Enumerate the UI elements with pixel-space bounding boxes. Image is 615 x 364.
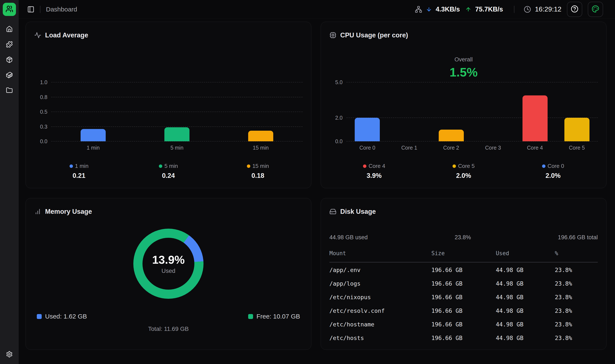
legend-item: 5 min0.24 (124, 163, 213, 180)
memory-donut: 13.9% Used (133, 229, 203, 299)
chart-bar (248, 131, 273, 141)
legend-dot (69, 165, 73, 168)
disk-cell: /app/.env (329, 262, 431, 276)
download-arrow-icon (426, 6, 432, 12)
page-title: Dashboard (46, 6, 77, 13)
cpu-card-title: CPU Usage (per core) (340, 31, 408, 39)
disk-col-header: % (555, 250, 598, 262)
cpu-chart: 5.02.00.0 (329, 82, 598, 141)
disk-table-row: /etc/nixopus196.66 GB44.98 GB23.8% (329, 289, 598, 303)
clock-icon (524, 6, 531, 13)
sidebar-nav (6, 26, 13, 94)
memory-donut-wrap: 13.9% Used (34, 229, 303, 299)
chart-bar (564, 118, 589, 141)
memory-used-label: Used (161, 268, 175, 274)
legend-label-row: 15 min (247, 163, 269, 169)
x-tick-label: 5 min (170, 145, 183, 151)
disk-table-row: /etc/resolv.conf196.66 GB44.98 GB23.8% (329, 303, 598, 317)
disk-cell: 23.8% (555, 276, 598, 289)
cpu-legend: Core 43.9%Core 52.0%Core 02.0% (329, 163, 598, 180)
package-icon[interactable] (6, 56, 13, 63)
disk-cell: 23.8% (555, 289, 598, 303)
sidebar-toggle-icon[interactable] (27, 6, 34, 13)
settings-gear-icon[interactable] (6, 351, 13, 358)
disk-card-title: Disk Usage (340, 208, 376, 215)
load-average-card: Load Average 1.00.80.50.30.0 1 min5 min1… (26, 22, 311, 188)
disk-card-header: Disk Usage (329, 207, 598, 216)
legend-value: 3.9% (367, 172, 382, 180)
disk-cell: 44.98 GB (496, 330, 555, 344)
load-chart-top (34, 40, 303, 82)
legend-item: 15 min0.18 (213, 163, 303, 180)
disk-col-header: Used (496, 250, 555, 262)
sidebar (0, 0, 19, 364)
legend-item: Core 02.0% (508, 163, 598, 180)
y-tick-label: 0.3 (40, 123, 47, 130)
legend-item: 1 min0.21 (34, 163, 124, 180)
legend-label: Core 5 (458, 163, 475, 169)
bar-chart-icon (34, 208, 41, 215)
memory-used-percent: 13.9% (152, 253, 185, 266)
cpu-xlabels: Core 0Core 1Core 2Core 3Core 4Core 5 (347, 141, 598, 152)
palette-icon (592, 5, 599, 13)
disk-cell: 44.98 GB (496, 276, 555, 289)
x-tick-label: Core 3 (485, 145, 501, 151)
x-tick-label: Core 0 (359, 145, 375, 151)
container-icon[interactable] (6, 72, 13, 78)
chart-bar (355, 118, 380, 141)
cpu-overall-label: Overall (455, 56, 473, 63)
memory-total-text: Total: 11.69 GB (34, 325, 303, 332)
legend-value: 0.21 (72, 172, 85, 180)
cpu-plot (347, 82, 598, 141)
legend-value: 2.0% (456, 172, 471, 180)
home-icon[interactable] (6, 26, 13, 33)
disk-cell: /etc/resolv.conf (329, 303, 431, 317)
topbar: Dashboard 4.3KB/s 75.7KB/s 16:29:12 (19, 0, 615, 19)
chart-bar (522, 95, 548, 142)
theme-button[interactable] (588, 2, 603, 17)
disk-cell: 196.66 GB (431, 276, 496, 289)
gridline (51, 112, 303, 112)
disk-cell: 196.66 GB (431, 289, 496, 303)
y-tick-label: 5.0 (335, 79, 343, 85)
legend-label: Core 0 (548, 163, 564, 169)
disk-cell: 196.66 GB (431, 330, 496, 344)
legend-label-row: 1 min (69, 163, 89, 169)
activity-icon (34, 32, 41, 39)
clock-time: 16:29:12 (535, 5, 562, 13)
x-tick-label: Core 4 (527, 145, 543, 151)
help-button[interactable] (567, 2, 582, 17)
disk-cell: 196.66 GB (431, 262, 496, 276)
disk-used-text: 44.98 GB used (329, 234, 368, 241)
hard-drive-icon (329, 208, 336, 215)
disk-cell: 44.98 GB (496, 262, 555, 276)
disk-cell: 23.8% (555, 262, 598, 276)
disk-table-row: /etc/hosts196.66 GB44.98 GB23.8% (329, 330, 598, 344)
chart-bar (164, 127, 189, 142)
legend-label-row: Core 5 (453, 163, 475, 169)
disk-table-head-row: MountSizeUsed% (329, 250, 598, 262)
legend-dot (159, 165, 162, 168)
download-speed: 4.3KB/s (436, 6, 460, 13)
folder-icon[interactable] (6, 87, 13, 94)
memory-card-title: Memory Usage (45, 208, 92, 215)
help-circle-icon (571, 5, 578, 13)
disk-cell: 23.8% (555, 303, 598, 317)
memory-used-key: Used: 1.62 GB (37, 313, 87, 320)
puzzle-extensions-icon[interactable] (6, 41, 13, 48)
x-tick-label: Core 1 (401, 145, 417, 151)
gridline (347, 117, 598, 118)
legend-dot (363, 165, 366, 168)
app-logo[interactable] (3, 3, 16, 16)
upload-arrow-icon (465, 6, 471, 12)
gridline (51, 97, 303, 97)
topbar-right: 4.3KB/s 75.7KB/s 16:29:12 (415, 2, 603, 17)
disk-cell: /etc/nixopus (329, 289, 431, 303)
memory-free-text: Free: 10.07 GB (256, 313, 300, 320)
load-xlabels: 1 min5 min15 min (51, 141, 303, 152)
main-area: Dashboard 4.3KB/s 75.7KB/s 16:29:12 (19, 0, 615, 364)
disk-cell: 196.66 GB (431, 317, 496, 330)
y-tick-label: 0.0 (40, 138, 47, 144)
load-legend: 1 min0.215 min0.2415 min0.18 (34, 163, 303, 180)
legend-label-row: Core 4 (363, 163, 385, 169)
